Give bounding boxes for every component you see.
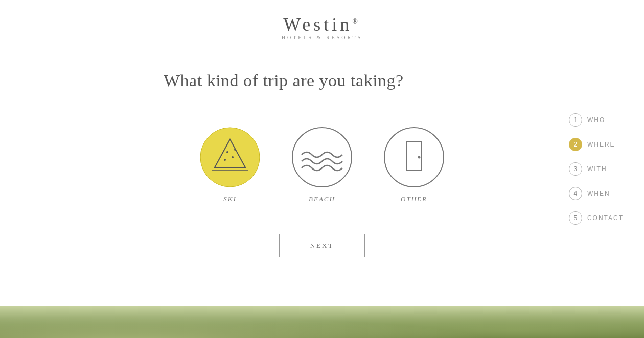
logo-subtitle: HOTELS & RESORTS <box>282 35 362 40</box>
logo-title: Westin® <box>282 15 362 34</box>
nav-item-who[interactable]: 1WHO <box>569 113 624 127</box>
svg-point-2 <box>232 156 234 158</box>
svg-rect-8 <box>406 142 422 170</box>
content-area: What kind of trip are you taking? SKI <box>143 71 501 257</box>
ski-label: SKI <box>223 195 237 203</box>
nav-number-5: 5 <box>569 211 582 225</box>
side-nav: 1WHO2WHERE3WITH4WHEN5CONTACT <box>569 113 624 225</box>
svg-point-1 <box>226 151 228 153</box>
nav-number-4: 4 <box>569 187 582 200</box>
nav-label-contact: CONTACT <box>587 214 624 222</box>
logo: Westin® HOTELS & RESORTS <box>282 15 362 40</box>
beach-icon <box>291 127 353 188</box>
nav-label-when: WHEN <box>587 190 610 197</box>
nav-number-2: 2 <box>569 138 582 151</box>
svg-point-4 <box>234 149 236 151</box>
footer-image <box>0 306 644 338</box>
svg-point-0 <box>200 128 260 187</box>
other-icon <box>383 127 445 188</box>
nav-item-with[interactable]: 3WITH <box>569 162 624 176</box>
divider <box>164 101 480 101</box>
other-label: OTHER <box>401 195 427 203</box>
nav-label-with: WITH <box>587 165 607 173</box>
trip-option-beach[interactable]: BEACH <box>291 127 353 203</box>
trip-option-other[interactable]: OTHER <box>383 127 445 203</box>
svg-point-3 <box>224 159 226 161</box>
nav-item-where[interactable]: 2WHERE <box>569 138 624 151</box>
next-button[interactable]: NEXT <box>279 234 365 257</box>
trip-options: SKI BEACH <box>164 127 480 203</box>
beach-label: BEACH <box>309 195 335 203</box>
question-title: What kind of trip are you taking? <box>164 71 480 90</box>
nav-number-3: 3 <box>569 162 582 176</box>
next-button-container: NEXT <box>164 234 480 257</box>
svg-point-7 <box>384 128 444 187</box>
nav-item-when[interactable]: 4WHEN <box>569 187 624 200</box>
nav-label-who: WHO <box>587 116 605 124</box>
trip-option-ski[interactable]: SKI <box>199 127 261 203</box>
logo-reg: ® <box>352 18 361 26</box>
footer-background <box>0 306 644 338</box>
nav-number-1: 1 <box>569 113 582 127</box>
nav-label-where: WHERE <box>587 141 615 148</box>
nav-item-contact[interactable]: 5CONTACT <box>569 211 624 225</box>
header: Westin® HOTELS & RESORTS <box>0 0 644 51</box>
svg-point-9 <box>418 156 421 159</box>
logo-text: Westin <box>283 14 352 35</box>
svg-point-6 <box>292 128 352 187</box>
ski-icon <box>199 127 261 188</box>
main-content: What kind of trip are you taking? SKI <box>0 51 644 306</box>
